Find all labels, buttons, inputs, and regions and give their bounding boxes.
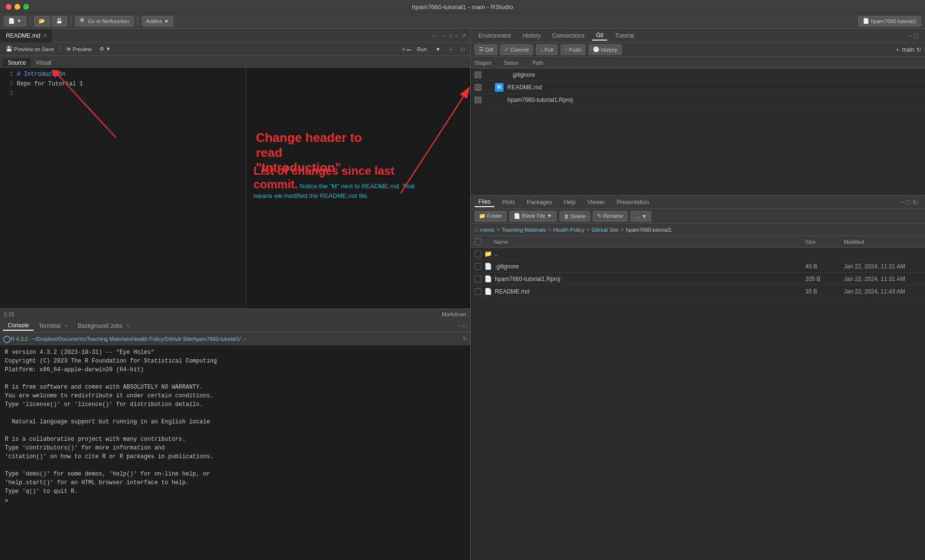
window-title: hpam7660-tutorial1 - main - RStudio (412, 3, 513, 11)
preview-btn[interactable]: 👁 Preview (63, 45, 95, 53)
diff-button[interactable]: ☰ Diff (475, 44, 497, 55)
file-header-name[interactable]: Name (494, 239, 805, 245)
source-tab[interactable]: Source (3, 58, 31, 67)
git-tab-tutorial[interactable]: Tutorial (611, 31, 638, 40)
git-panel-minimize[interactable]: − (908, 32, 912, 40)
run-btn[interactable]: Run (414, 45, 430, 53)
git-tab-history[interactable]: History (519, 31, 544, 40)
parent-checkbox[interactable] (475, 251, 484, 257)
console-tab-console[interactable]: Console (3, 321, 34, 331)
rproj-file-modified: Jan 22, 2024, 11:31 AM (844, 276, 921, 282)
background-jobs-tab-close[interactable]: ✕ (126, 323, 130, 329)
gitignore-staged-checkbox[interactable] (475, 71, 481, 78)
readme-staged-checkbox[interactable] (475, 84, 481, 91)
file-row-readme-file[interactable]: 📄 README.md 35 B Jan 22, 2024, 11:43 AM (471, 285, 925, 298)
breadcrumb-github-site[interactable]: GitHub Site (591, 227, 618, 233)
readme-file-checkbox[interactable] (475, 288, 484, 295)
files-panel-minimize[interactable]: − (900, 198, 904, 206)
run-options-btn[interactable]: ▼ (433, 45, 444, 53)
console-minimize-btn[interactable]: − (458, 322, 461, 329)
commit-button[interactable]: ✓ Commit (500, 44, 533, 55)
rproj-file-checkbox[interactable] (475, 276, 484, 282)
addins-button[interactable]: Addins ▼ (142, 16, 174, 27)
files-tab-viewer[interactable]: Viewer (583, 198, 608, 207)
file-row-gitignore[interactable]: 📄 .gitignore 40 B Jan 22, 2024, 11:31 AM (471, 260, 925, 273)
git-tab-environment[interactable]: Environment (475, 31, 515, 40)
maximize-button[interactable] (23, 4, 29, 10)
console-toolbar: ◯ R 4.3.2 · ~/Dropbox/Documents/Teaching… (0, 333, 470, 345)
breadcrumb-health-policy[interactable]: Health Policy (553, 227, 584, 233)
more-options-button[interactable]: … ▼ (631, 211, 651, 222)
git-tab-connections[interactable]: Connections (548, 31, 589, 40)
commit-icon: ✓ (505, 46, 509, 53)
files-refresh[interactable]: ↻ (912, 198, 918, 206)
console-tab-bar: Console Terminal ✕ Background Jobs ✕ − □ (0, 319, 470, 333)
save-button[interactable]: 💾 (52, 16, 67, 27)
readme-file-name[interactable]: README.md (495, 288, 805, 295)
git-file-row-readme[interactable]: M README.md (471, 81, 925, 94)
minimize-button[interactable] (14, 4, 20, 10)
files-panel: Files Plots Packages Help Viewer Present… (471, 196, 925, 560)
console-path-btn[interactable]: ✎ (462, 336, 467, 342)
git-file-row-gitignore[interactable]: .gitignore (471, 69, 925, 81)
files-tab-presentation[interactable]: Presentation (613, 198, 653, 207)
rproj-file-name[interactable]: hpam7660-tutorial1.Rproj (495, 276, 805, 282)
editor-tab-readme[interactable]: README.md ✕ (0, 29, 53, 42)
preview-settings-btn[interactable]: ⚙ ▼ (97, 45, 114, 53)
files-toolbar: 📁 Folder 📄 Blank File ▼ 🗑 Delete ✎ Renam… (471, 209, 925, 224)
minimize-editor-btn[interactable]: − (447, 45, 455, 53)
git-toolbar: ☰ Diff ✓ Commit ↓ Pull ↑ Push 🕐 Histo (471, 42, 925, 57)
files-tab-plots[interactable]: Plots (498, 198, 519, 207)
breadcrumb-documents[interactable]: ments (480, 227, 494, 233)
left-panel: README.md ✕ ← → ⌂ − ↗ 💾 Preview on Save … (0, 29, 471, 560)
git-panel: Environment History Connections Git Tuto… (471, 29, 925, 196)
visual-tab[interactable]: Visual (31, 58, 56, 67)
files-tab-files[interactable]: Files (475, 197, 494, 207)
files-tab-packages[interactable]: Packages (523, 198, 556, 207)
history-button[interactable]: 🕐 History (589, 44, 622, 55)
annotation-panel: Change header to read"Introduction". Lis… (246, 68, 470, 308)
terminal-tab-close[interactable]: ✕ (64, 323, 68, 329)
rproj-staged-checkbox[interactable] (475, 97, 481, 103)
gitignore-file-name[interactable]: .gitignore (495, 263, 805, 270)
breadcrumb-teaching-materials[interactable]: Teaching Materials (502, 227, 546, 233)
delete-button[interactable]: 🗑 Delete (560, 211, 590, 222)
console-body[interactable]: R version 4.3.2 (2023-10-31) -- "Eye Hol… (0, 345, 470, 560)
tab-nav-home[interactable]: ⌂ (448, 32, 452, 40)
files-panel-maximize[interactable]: □ (907, 198, 911, 206)
parent-name[interactable]: .. (495, 251, 805, 257)
files-tab-bar: Files Plots Packages Help Viewer Present… (471, 196, 925, 209)
console-tab-background-jobs[interactable]: Background Jobs ✕ (73, 322, 135, 330)
go-to-file-button[interactable]: 🔍 Go to file/function (75, 16, 134, 27)
git-panel-maximize[interactable]: □ (914, 32, 918, 40)
preview-on-save-btn[interactable]: 💾 Preview on Save (3, 45, 57, 53)
git-tab-git[interactable]: Git (592, 31, 607, 41)
new-folder-button[interactable]: 📁 Folder (475, 211, 506, 222)
tab-nav-back[interactable]: ← (431, 32, 438, 40)
file-row-rproj[interactable]: 📄 hpam7660-tutorial1.Rproj 205 B Jan 22,… (471, 273, 925, 285)
pull-button[interactable]: ↓ Pull (536, 44, 558, 55)
close-button[interactable] (6, 4, 12, 10)
tab-shrink[interactable]: − (455, 32, 459, 40)
code-panel[interactable]: 1 # Introduction 2 Repo for Tutorial 1 3 (0, 68, 246, 308)
console-maximize-btn[interactable]: □ (463, 322, 466, 329)
git-file-row-rproj[interactable]: hpam7660-tutorial1.Rproj (471, 94, 925, 106)
open-file-button[interactable]: 📂 (34, 16, 50, 27)
file-row-parent[interactable]: 📁 .. (471, 248, 925, 260)
console-prompt[interactable]: > (5, 498, 465, 504)
files-tab-help[interactable]: Help (560, 198, 580, 207)
title-bar: hpam7660-tutorial1 - main - RStudio (0, 0, 925, 14)
push-button[interactable]: ↑ Push (561, 44, 586, 55)
maximize-editor-btn[interactable]: □ (458, 45, 467, 53)
readme-tab-close[interactable]: ✕ (43, 33, 47, 38)
tab-expand[interactable]: ↗ (461, 32, 466, 40)
rename-button[interactable]: ✎ Rename (593, 211, 628, 222)
project-button[interactable]: 📄 hpam7660-tutorial1 (858, 16, 921, 27)
gitignore-file-checkbox[interactable] (475, 263, 484, 270)
new-file-button[interactable]: 📄 ▼ (4, 16, 26, 27)
refresh-icon[interactable]: ↻ (916, 46, 921, 53)
console-tab-terminal[interactable]: Terminal ✕ (34, 322, 73, 330)
tab-nav-forward[interactable]: → (440, 32, 447, 40)
code-line-1: 1 # Introduction (0, 70, 246, 79)
new-blank-file-button[interactable]: 📄 Blank File ▼ (509, 211, 556, 222)
